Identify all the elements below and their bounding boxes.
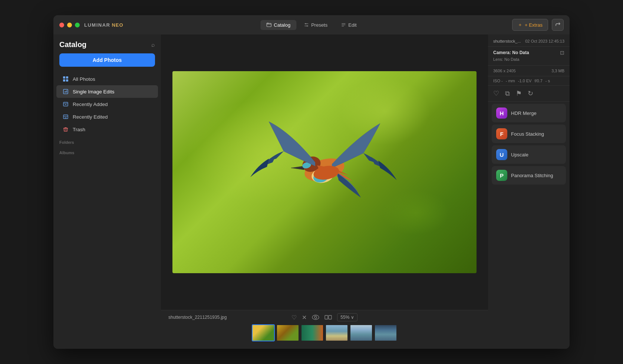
svg-rect-10	[63, 79, 65, 82]
focus-label: Focus Stacking	[511, 131, 544, 137]
title-bar: LUMINAR NEO Catalog Presets Edit ＋ + Ext…	[53, 15, 570, 34]
thumb-bg-2	[277, 325, 299, 341]
traffic-lights	[59, 23, 80, 27]
title-bar-right: ＋ + Extras	[512, 19, 564, 31]
meta-dimensions-row: 3606 x 2405 3,3 MB	[488, 66, 570, 76]
thumb-bg-6	[375, 325, 396, 341]
compare-icon	[324, 315, 332, 320]
all-photos-label: All Photos	[73, 76, 95, 82]
thumbnail-1[interactable]	[252, 324, 275, 341]
svg-rect-8	[63, 76, 65, 79]
trash-label: Trash	[73, 127, 85, 132]
single-image-label: Single Image Edits	[73, 89, 115, 95]
filename-label: shutterstock_2211251935.jpg	[168, 315, 227, 320]
close-button[interactable]	[59, 23, 64, 27]
favorite-button[interactable]: ♡	[291, 314, 297, 321]
extras-plus-icon: ＋	[518, 21, 523, 28]
zoom-selector[interactable]: 55% ∨	[337, 313, 357, 321]
svg-rect-11	[66, 79, 68, 82]
folder-icon	[266, 22, 271, 27]
meta-lens: Lens: No Data	[493, 57, 519, 62]
svg-point-13	[66, 90, 67, 91]
bottom-info: shutterstock_2211251935.jpg ♡ ✕ 55% ∨	[161, 310, 488, 324]
extras-label: + Extras	[525, 22, 543, 28]
view-button[interactable]	[312, 315, 319, 320]
hdr-label: HDR Merge	[511, 110, 537, 116]
thumbnail-5[interactable]	[350, 324, 373, 341]
lines-icon	[341, 22, 346, 27]
thumb-bg-5	[350, 325, 372, 341]
svg-rect-0	[267, 23, 271, 27]
meta-camera-row: Camera: No Data ⊡ Lens: No Data	[488, 47, 570, 66]
meta-rotate-button[interactable]: ↻	[528, 89, 533, 97]
meta-expand-button[interactable]: ⊡	[560, 50, 564, 56]
meta-flag-button[interactable]: ⚑	[516, 89, 522, 97]
thumb-bg-1	[253, 325, 274, 341]
app-logo-text: LUMINAR	[84, 22, 110, 28]
tab-presets[interactable]: Presets	[298, 20, 333, 30]
search-icon[interactable]: ⌕	[151, 42, 155, 48]
sidebar-item-single-image-edits[interactable]: Single Image Edits	[56, 85, 158, 98]
sidebar-item-recently-edited[interactable]: Recently Edited	[56, 110, 158, 123]
svg-point-29	[314, 316, 317, 318]
maximize-button[interactable]	[75, 23, 80, 27]
meta-date: 02 Oct 2023 12:45:13	[525, 39, 564, 43]
sidebar-item-all-photos[interactable]: All Photos	[56, 73, 158, 85]
thumbnails-strip	[161, 324, 488, 344]
single-image-icon	[62, 88, 69, 95]
thumbnail-3[interactable]	[301, 324, 324, 341]
thumbnail-4[interactable]	[325, 324, 348, 341]
sidebar: Catalog ⌕ Add Photos All Photos Single I…	[53, 34, 161, 349]
meta-camera: Camera: No Data	[493, 50, 529, 55]
tab-bar: Catalog Presets Edit	[260, 20, 362, 30]
panorama-stitching-item[interactable]: P Panorama Stitching	[492, 166, 566, 185]
meta-top-row: shutterstock_... 02 Oct 2023 12:45:13	[493, 39, 564, 43]
meta-filesize: 3,3 MB	[551, 69, 564, 73]
meta-dimensions: 3606 x 2405	[493, 69, 516, 73]
share-icon	[555, 22, 560, 27]
eye-icon	[312, 315, 319, 320]
tab-catalog[interactable]: Catalog	[260, 20, 296, 30]
zoom-label: 55% ∨	[340, 315, 354, 320]
thumb-bg-4	[326, 325, 347, 341]
thumbnail-2[interactable]	[276, 324, 299, 341]
focus-stacking-item[interactable]: F Focus Stacking	[492, 125, 566, 143]
hdr-icon: H	[496, 107, 507, 119]
photo-viewer[interactable]	[161, 34, 488, 310]
compare-button[interactable]	[324, 315, 332, 320]
folders-section-label: Folders	[53, 136, 161, 146]
meta-ev: -1.0 EV	[518, 79, 532, 83]
minimize-button[interactable]	[67, 23, 72, 27]
thumbnail-6[interactable]	[374, 324, 397, 341]
svg-point-28	[312, 315, 319, 320]
meta-copy-button[interactable]: ⧉	[505, 89, 510, 97]
tab-catalog-label: Catalog	[274, 22, 290, 28]
share-button[interactable]	[552, 19, 564, 31]
tools-section: H HDR Merge F Focus Stacking U Upscale P…	[488, 102, 570, 189]
photo-background	[172, 71, 477, 273]
sidebar-item-recently-added[interactable]: Recently Added	[56, 98, 158, 110]
add-photos-button[interactable]: Add Photos	[59, 53, 155, 67]
sidebar-title: Catalog	[59, 40, 86, 49]
center-panel: shutterstock_2211251935.jpg ♡ ✕ 55% ∨	[161, 34, 488, 349]
pano-icon: P	[496, 170, 507, 181]
meta-aperture: f/0.7	[534, 79, 542, 83]
tab-edit[interactable]: Edit	[335, 20, 362, 30]
upscale-icon: U	[496, 149, 507, 160]
extras-button[interactable]: ＋ + Extras	[512, 19, 548, 31]
hdr-merge-item[interactable]: H HDR Merge	[492, 104, 566, 122]
recently-added-label: Recently Added	[73, 102, 108, 107]
sidebar-item-trash[interactable]: Trash	[56, 123, 158, 136]
thumb-bg-3	[301, 325, 323, 341]
app-window: LUMINAR NEO Catalog Presets Edit ＋ + Ext…	[53, 15, 570, 349]
pano-label: Panorama Stitching	[511, 173, 553, 178]
bottom-bar: shutterstock_2211251935.jpg ♡ ✕ 55% ∨	[161, 310, 488, 349]
upscale-label: Upscale	[511, 152, 528, 158]
meta-favorite-button[interactable]: ♡	[493, 89, 499, 97]
meta-mm: - mm	[506, 79, 515, 83]
albums-section-label: Albums	[53, 146, 161, 156]
upscale-item[interactable]: U Upscale	[492, 145, 566, 164]
trash-icon	[62, 126, 69, 133]
reject-button[interactable]: ✕	[302, 314, 307, 321]
svg-point-2	[305, 23, 306, 24]
